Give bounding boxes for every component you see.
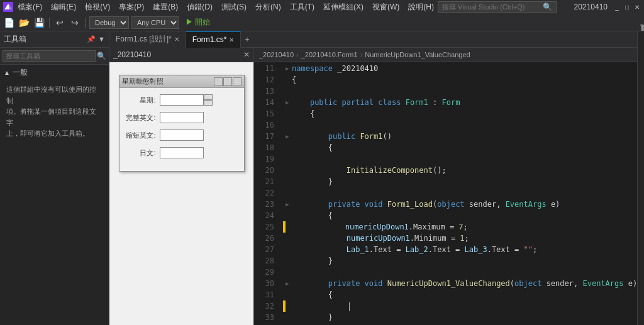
- menu-build[interactable]: 建置(B): [149, 1, 182, 14]
- debug-mode-select[interactable]: Debug: [89, 16, 129, 29]
- text-cursor: [349, 302, 350, 311]
- menu-analyze[interactable]: 分析(N): [252, 1, 285, 14]
- toolbox-search-input[interactable]: [3, 50, 96, 62]
- code-line-23: ▶ private void Form1_Load(object sender,…: [286, 199, 637, 210]
- menu-tools[interactable]: 工具(T): [286, 1, 318, 14]
- winform-spin-down[interactable]: ▼: [204, 100, 213, 106]
- global-search[interactable]: 🔍: [438, 1, 557, 13]
- cpu-select[interactable]: Any CPU: [131, 16, 179, 29]
- form-designer-panel: _20210410 ✕ 星期動態對照 _ □ ✕: [109, 48, 254, 325]
- line-number-18: 18: [254, 142, 274, 153]
- tab-bar: Form1.cs [設計]* ✕ Form1.cs* ✕ +: [109, 31, 637, 48]
- code-line-28: }: [286, 255, 637, 267]
- winform-week-input[interactable]: 0: [160, 94, 204, 106]
- global-search-input[interactable]: [442, 3, 543, 11]
- designer-header-icons: ✕: [243, 50, 250, 59]
- winform-abbr-input[interactable]: Lab_2: [160, 129, 204, 141]
- winform-abbr-row: 縮短英文: Lab_2: [125, 129, 239, 141]
- menu-view[interactable]: 檢視(V): [81, 1, 114, 14]
- code-line-24: {: [286, 210, 637, 221]
- maximize-button[interactable]: □: [623, 3, 631, 11]
- line-number-11: 11: [254, 63, 274, 74]
- line-number-14: 14: [254, 97, 274, 108]
- menu-edit[interactable]: 編輯(E): [47, 1, 80, 14]
- tab-form1-designer[interactable]: Form1.cs [設計]* ✕: [109, 31, 186, 48]
- toolbar-separator-1: [49, 18, 50, 28]
- toolbox-section-general[interactable]: ▲ 一般: [0, 65, 109, 80]
- code-lines[interactable]: ▶namespace _20210410{▶ public partial cl…: [279, 62, 637, 325]
- winform-maximize-btn[interactable]: □: [223, 77, 232, 86]
- winform-close-btn[interactable]: ✕: [233, 77, 242, 86]
- line-number-26: 26: [254, 233, 274, 244]
- open-button[interactable]: 📂: [18, 16, 30, 29]
- line-number-22: 22: [254, 187, 274, 199]
- line-number-23: 23: [254, 199, 274, 210]
- menu-debug[interactable]: 偵錯(D): [183, 1, 216, 14]
- code-line-27: Lab_1.Text = Lab_2.Text = Lab_3.Text = "…: [286, 244, 637, 255]
- menu-project[interactable]: 專案(P): [115, 1, 148, 14]
- tab-form1-cs[interactable]: Form1.cs* ✕: [186, 31, 242, 48]
- line-number-21: 21: [254, 176, 274, 187]
- designer-title: _20210410: [113, 50, 151, 59]
- save-button[interactable]: 💾: [33, 16, 45, 29]
- line-number-25: 25: [254, 221, 274, 233]
- toolbar-separator-2: [85, 18, 86, 28]
- breadcrumb-class: _20210410.Form1: [301, 51, 358, 58]
- winform-jp-input[interactable]: Lab_3: [160, 147, 204, 158]
- tab-form1-cs-close[interactable]: ✕: [229, 36, 234, 43]
- search-icon: 🔍: [543, 3, 552, 11]
- toolbox-panel: 工具箱 📌 ▼ 🔍 ▲ 一般 這個群組中沒有可以使用的控制 項。將拖某一個項目到…: [0, 31, 109, 325]
- menu-window[interactable]: 視窗(W): [369, 1, 403, 14]
- line-number-31: 31: [254, 289, 274, 300]
- menu-help[interactable]: 說明(H): [404, 1, 438, 14]
- titlebar: 檔案(F) 編輯(E) 檢視(V) 專案(P) 建置(B) 偵錯(D) 測試(S…: [0, 0, 644, 14]
- line-indicator-23[interactable]: ▶: [286, 199, 292, 210]
- toolbox-pin-icon[interactable]: 📌: [87, 35, 96, 43]
- new-project-button[interactable]: 📄: [3, 16, 15, 29]
- designer-close-icon[interactable]: ✕: [243, 50, 250, 59]
- winform-container: 星期動態對照 _ □ ✕ 星期: 0: [109, 69, 253, 178]
- line-indicator-14[interactable]: ▶: [286, 97, 292, 108]
- line-indicator-11[interactable]: ▶: [286, 63, 292, 74]
- line-content-27: Lab_1.Text = Lab_2.Text = Lab_3.Text = "…: [292, 244, 537, 255]
- menu-bar: 檔案(F) 編輯(E) 檢視(V) 專案(P) 建置(B) 偵錯(D) 測試(S…: [14, 1, 438, 14]
- undo-button[interactable]: ↩: [53, 16, 66, 29]
- line-content-31: {: [292, 289, 333, 300]
- menu-extensions[interactable]: 延伸模組(X): [319, 1, 367, 14]
- toolbox-header: 工具箱 📌 ▼: [0, 31, 109, 48]
- line-indicator-30[interactable]: ▶: [286, 278, 292, 289]
- line-indicator-17[interactable]: ▶: [286, 131, 292, 142]
- winform-minimize-btn[interactable]: _: [214, 77, 223, 86]
- line-number-24: 24: [254, 210, 274, 221]
- tab-form1-designer-close[interactable]: ✕: [174, 36, 179, 43]
- line-content-15: {: [292, 108, 314, 119]
- toolbox-arrow-icon[interactable]: ▼: [98, 35, 105, 43]
- code-line-30: ▶ private void NumericUpDown1_ValueChang…: [286, 278, 637, 289]
- breadcrumb-member: NumericUpDown1_ValueChanged: [365, 51, 470, 58]
- vs-logo: [3, 1, 14, 13]
- winform-spin-buttons: ▲ ▼: [204, 94, 213, 106]
- new-tab-button[interactable]: +: [241, 35, 253, 44]
- winform-jp-row: 日文: Lab_3: [125, 147, 239, 158]
- close-button[interactable]: ✕: [633, 3, 641, 11]
- main-area: 工具箱 📌 ▼ 🔍 ▲ 一般 這個群組中沒有可以使用的控制 項。將拖某一個項目到…: [0, 31, 644, 325]
- line-number-29: 29: [254, 267, 274, 278]
- toolbox-title: 工具箱: [4, 34, 26, 45]
- split-editor: _20210410 ✕ 星期動態對照 _ □ ✕: [109, 48, 637, 325]
- minimize-button[interactable]: _: [613, 3, 621, 11]
- winform-spin-up[interactable]: ▲: [204, 94, 213, 100]
- menu-file[interactable]: 檔案(F): [14, 1, 46, 14]
- line-number-28: 28: [254, 255, 274, 267]
- breadcrumb-sep-2: ›: [360, 51, 363, 58]
- menu-test[interactable]: 測試(S): [218, 1, 250, 14]
- winform-complete-row: 完整英文: Lab_1: [125, 112, 239, 123]
- winform-preview: 星期動態對照 _ □ ✕ 星期: 0: [119, 75, 245, 172]
- toolbox-search-icon: 🔍: [97, 52, 106, 60]
- redo-button[interactable]: ↪: [69, 16, 81, 29]
- start-button[interactable]: ▶ 開始: [182, 16, 214, 29]
- winform-window-buttons: _ □ ✕: [214, 77, 242, 86]
- breadcrumb: _20210410 › _20210410.Form1 › NumericUpD…: [254, 48, 637, 62]
- winform-complete-input[interactable]: Lab_1: [160, 112, 204, 123]
- toolbox-header-icons: 📌 ▼: [87, 35, 105, 43]
- right-panel-label[interactable]: 属性: [638, 34, 644, 39]
